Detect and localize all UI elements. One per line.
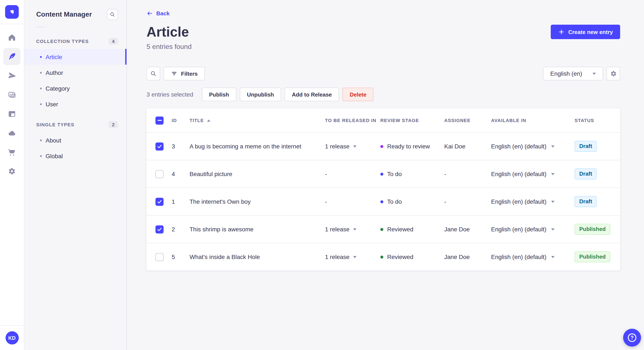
strapi-logo[interactable] <box>5 5 19 19</box>
status-badge: Published <box>574 251 610 262</box>
chevron-down-icon[interactable] <box>353 256 356 258</box>
rail-item-home[interactable] <box>4 29 20 46</box>
collection-types-count: 4 <box>108 38 118 45</box>
table-row[interactable]: 5 What's inside a Black Hole 1 release R… <box>146 243 620 270</box>
home-icon <box>8 33 16 41</box>
search-entries-button[interactable] <box>146 67 160 80</box>
chevron-down-icon[interactable] <box>551 256 554 258</box>
entry-id: 4 <box>172 171 190 177</box>
rail-item-releases[interactable] <box>4 67 20 84</box>
rail-item-media-library[interactable] <box>4 86 20 103</box>
sidebar-item[interactable]: Article <box>24 49 126 65</box>
entry-locale: English (en) (default) <box>491 198 574 205</box>
table-row[interactable]: 2 This shrimp is awesome 1 release Revie… <box>146 215 620 243</box>
table-row[interactable]: 1 The internet's Own boy - To do - Engl <box>146 187 620 215</box>
sidebar-item[interactable]: Category <box>24 80 126 96</box>
column-header-assignee: ASSIGNEE <box>444 118 491 123</box>
bullet-icon <box>40 87 42 89</box>
stage-dot-icon <box>380 145 383 148</box>
unpublish-button[interactable]: Unpublish <box>240 88 281 101</box>
sidebar-item[interactable]: Global <box>24 148 126 164</box>
entry-id: 5 <box>172 253 190 260</box>
entry-locale: English (en) (default) <box>491 171 574 177</box>
row-checkbox[interactable] <box>156 197 164 206</box>
sidebar-item-label: Category <box>46 85 70 92</box>
help-button[interactable]: ? <box>623 329 641 347</box>
back-link[interactable]: Back <box>146 10 170 16</box>
chevron-down-icon[interactable] <box>551 228 554 230</box>
entry-id: 1 <box>172 198 190 205</box>
images-icon <box>8 90 16 99</box>
chevron-down-icon[interactable] <box>551 200 554 203</box>
main-nav-rail: KD <box>0 0 24 350</box>
entry-review-stage: Reviewed <box>380 226 444 233</box>
column-header-released: TO BE RELEASED IN <box>325 118 380 123</box>
sidebar-item-label: About <box>46 137 61 144</box>
table-body: 3 A bug is becoming a meme on the intern… <box>146 132 620 270</box>
column-header-id[interactable]: ID <box>172 118 190 123</box>
table-row[interactable]: 4 Beautiful picture - To do - English ( <box>146 160 620 187</box>
row-checkbox[interactable] <box>156 253 164 261</box>
entry-title: This shrimp is awesome <box>190 226 325 233</box>
create-new-entry-button[interactable]: Create new entry <box>551 25 620 39</box>
table-row[interactable]: 3 A bug is becoming a meme on the intern… <box>146 132 620 160</box>
entry-release: 1 release <box>325 226 380 233</box>
entry-review-stage: To do <box>380 198 444 205</box>
entry-locale: English (en) (default) <box>491 253 574 260</box>
chevron-down-icon[interactable] <box>353 145 356 147</box>
entry-review-stage: Ready to review <box>380 143 444 150</box>
sidebar-search-button[interactable] <box>107 9 118 20</box>
sidebar-title: Content Manager <box>36 11 92 18</box>
user-avatar[interactable]: KD <box>5 331 18 345</box>
entry-locale: English (en) (default) <box>491 143 574 150</box>
rail-item-content-type-builder[interactable] <box>4 105 20 122</box>
row-checkbox[interactable] <box>156 225 164 233</box>
sidebar-item[interactable]: User <box>24 96 126 112</box>
sidebar-item[interactable]: About <box>24 132 126 148</box>
row-checkbox[interactable] <box>156 142 164 150</box>
rail-bottom-divider <box>0 325 24 326</box>
plus-icon <box>558 28 565 35</box>
rail-item-deploy[interactable] <box>4 124 20 141</box>
entry-assignee: Jane Doe <box>444 226 491 233</box>
chevron-down-icon[interactable] <box>551 173 554 175</box>
entry-id: 3 <box>172 143 190 150</box>
status-badge: Published <box>574 224 610 235</box>
check-icon <box>157 199 162 204</box>
select-all-checkbox[interactable] <box>156 116 164 124</box>
single-types-count: 2 <box>108 121 118 128</box>
rail-item-settings[interactable] <box>4 163 20 180</box>
row-checkbox[interactable] <box>156 170 164 178</box>
add-to-release-button[interactable]: Add to Release <box>284 88 339 101</box>
entry-release: - <box>325 198 380 205</box>
entry-title: A bug is becoming a meme on the internet <box>190 143 325 150</box>
entry-assignee: - <box>444 198 491 205</box>
sidebar-item[interactable]: Author <box>24 65 126 80</box>
column-header-available-in: AVAILABLE IN <box>491 118 574 123</box>
chevron-down-icon[interactable] <box>353 228 356 230</box>
delete-button[interactable]: Delete <box>342 88 374 101</box>
entry-title: Beautiful picture <box>190 171 325 177</box>
publish-button[interactable]: Publish <box>202 88 236 101</box>
filter-icon <box>171 70 178 77</box>
bullet-icon <box>40 72 42 73</box>
column-header-title[interactable]: TITLE <box>190 118 325 123</box>
locale-select[interactable]: English (en) <box>543 67 603 80</box>
stage-dot-icon <box>380 255 383 258</box>
filters-button[interactable]: Filters <box>164 67 205 80</box>
rail-item-marketplace[interactable] <box>4 144 20 161</box>
table-header-row: ID TITLE TO BE RELEASED IN REVIEW STAGE … <box>146 108 620 132</box>
rail-divider <box>0 24 24 24</box>
search-icon <box>150 70 157 77</box>
chevron-down-icon[interactable] <box>551 145 554 147</box>
column-header-review-stage: REVIEW STAGE <box>380 118 444 123</box>
entries-table: ID TITLE TO BE RELEASED IN REVIEW STAGE … <box>146 108 620 270</box>
entry-status: Draft <box>574 169 611 179</box>
collection-types-label: COLLECTION TYPES <box>36 39 89 44</box>
bullet-icon <box>40 56 42 58</box>
page-title: Article <box>146 24 189 40</box>
column-header-status: STATUS <box>574 118 611 123</box>
entry-release: 1 release <box>325 143 380 150</box>
view-settings-button[interactable] <box>606 67 620 80</box>
rail-item-content-manager[interactable] <box>4 48 20 65</box>
